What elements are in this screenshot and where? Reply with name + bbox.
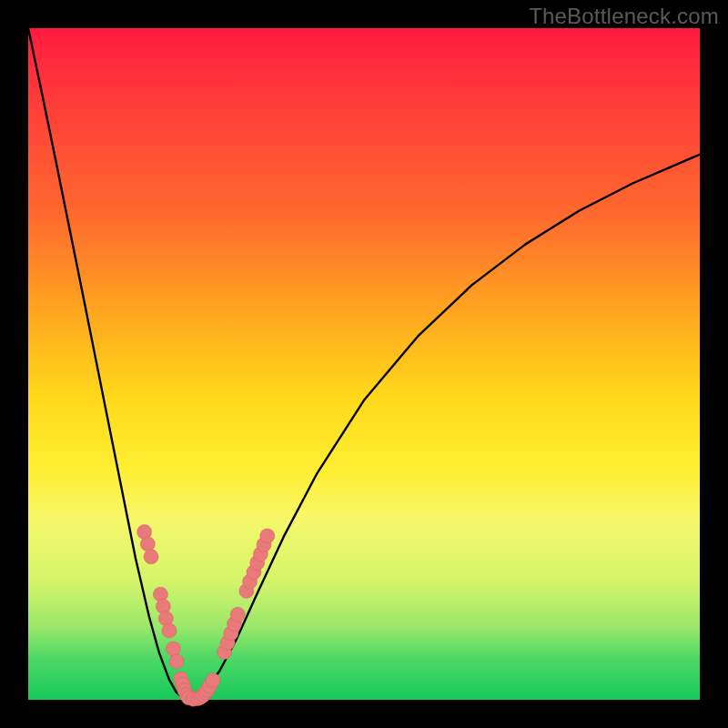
marker-point — [260, 529, 275, 543]
chart-svg — [28, 28, 700, 700]
curve-layer — [28, 28, 700, 700]
marker-point — [140, 537, 155, 551]
marker-point — [144, 550, 158, 564]
marker-point — [162, 623, 177, 638]
marker-point — [169, 654, 184, 669]
marker-point — [206, 673, 220, 688]
chart-frame: TheBottleneck.com — [0, 0, 728, 728]
marker-layer — [137, 525, 275, 707]
watermark-text: TheBottleneck.com — [529, 4, 719, 29]
marker-point — [230, 607, 245, 622]
curve-right-branch — [188, 155, 700, 700]
marker-point — [166, 642, 180, 656]
